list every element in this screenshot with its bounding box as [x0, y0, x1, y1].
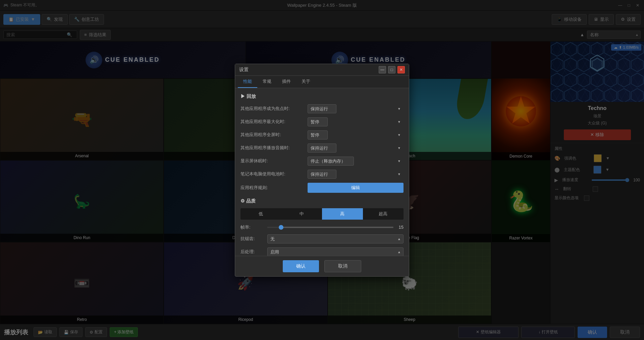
fullscreen-select[interactable]: 暂停 [308, 130, 328, 139]
setting-row-focus: 其他应用程序成为焦点时: 保持运行 [240, 104, 404, 113]
battery-select-wrap: 保持运行 [308, 170, 404, 179]
modal-maximize[interactable]: □ [388, 66, 395, 73]
fullscreen-select-wrap: 暂停 [308, 130, 404, 139]
modal-minimize[interactable]: — [379, 66, 386, 73]
quality-ultra[interactable]: 超高 [363, 208, 404, 220]
modal-cancel-button[interactable]: 取消 [324, 260, 361, 272]
tab-plugins[interactable]: 插件 [277, 76, 296, 88]
setting-row-rules: 应用程序规则: 编辑 [240, 183, 404, 193]
modal-title-bar: 设置 — □ ✕ [235, 64, 409, 76]
fps-slider-wrap [267, 227, 393, 228]
tab-performance[interactable]: 性能 [238, 76, 257, 88]
quality-section: ⚙ 品质 低 中 高 超高 帧率: [240, 198, 404, 256]
sleep-select-wrap: 停止（释放内存） [308, 157, 404, 166]
quality-low[interactable]: 低 [240, 208, 281, 220]
audio-select[interactable]: 保持运行 [308, 144, 336, 153]
fps-label: 帧率: [240, 224, 267, 230]
modal-tabs: 性能 常规 插件 关于 [235, 76, 409, 88]
sleep-select[interactable]: 停止（释放内存） [308, 157, 354, 166]
aa-row: 抗锯齿: 无 [240, 234, 404, 243]
pp-label: 后处理: [240, 249, 267, 255]
quality-tabs: 低 中 高 超高 [240, 208, 404, 220]
quality-high[interactable]: 高 [322, 208, 363, 220]
aa-select[interactable]: 无 [267, 234, 404, 243]
setting-row-maximize: 其他应用程序最大化时: 暂停 [240, 117, 404, 126]
fps-value: 15 [393, 225, 404, 230]
fps-slider[interactable] [267, 227, 393, 228]
pp-row: 后处理: 启用 [240, 247, 404, 256]
maximize-select[interactable]: 暂停 [308, 117, 328, 126]
tab-about[interactable]: 关于 [296, 76, 316, 88]
aa-select-wrap: 无 [267, 234, 404, 243]
modal-close[interactable]: ✕ [397, 66, 405, 73]
quality-section-title: ⚙ 品质 [240, 198, 404, 204]
modal-overlay: 设置 — □ ✕ 性能 常规 插件 关于 ▶ 回放 其他应用程序成为焦点时: [0, 0, 644, 340]
setting-row-audio: 其他应用程序播放音频时: 保持运行 [240, 144, 404, 153]
modal-confirm-button[interactable]: 确认 [283, 260, 319, 272]
edit-rules-button[interactable]: 编辑 [308, 183, 404, 193]
modal-controls: — □ ✕ [379, 66, 405, 73]
modal-footer: 确认 取消 [235, 256, 409, 276]
settings-modal: 设置 — □ ✕ 性能 常规 插件 关于 ▶ 回放 其他应用程序成为焦点时: [235, 64, 409, 277]
audio-select-wrap: 保持运行 [308, 144, 404, 153]
setting-row-sleep: 显示屏休眠时: 停止（释放内存） [240, 157, 404, 166]
quality-medium[interactable]: 中 [281, 208, 322, 220]
pp-select[interactable]: 启用 [267, 247, 404, 256]
pp-select-wrap: 启用 [267, 247, 404, 256]
fps-slider-fill [267, 227, 280, 228]
modal-body: ▶ 回放 其他应用程序成为焦点时: 保持运行 其他应用程序最大化时: 暂停 [235, 88, 409, 256]
focus-select[interactable]: 保持运行 [308, 104, 336, 113]
setting-row-fullscreen: 其他应用程序全屏时: 暂停 [240, 130, 404, 139]
aa-label: 抗锯齿: [240, 236, 267, 242]
maximize-select-wrap: 暂停 [308, 117, 404, 126]
fps-row: 帧率: 15 [240, 224, 404, 230]
battery-select[interactable]: 保持运行 [308, 170, 336, 179]
focus-select-wrap: 保持运行 [308, 104, 404, 113]
modal-title: 设置 [239, 67, 249, 73]
tab-general[interactable]: 常规 [257, 76, 277, 88]
playback-section-title: ▶ 回放 [240, 94, 404, 100]
fps-slider-thumb[interactable] [279, 225, 283, 230]
setting-row-battery: 笔记本电脑使用电池时: 保持运行 [240, 170, 404, 179]
